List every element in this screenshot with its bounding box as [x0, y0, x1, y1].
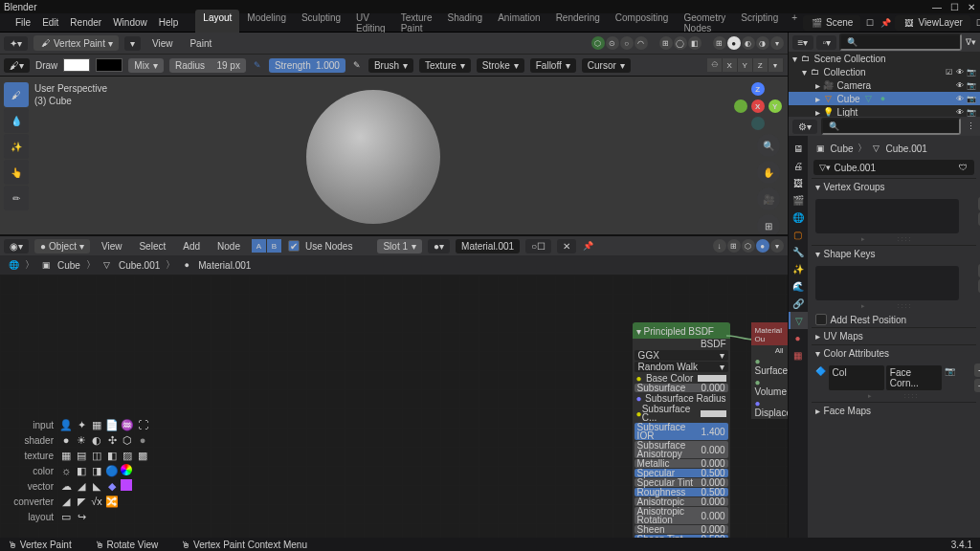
conv-icon-3[interactable]: √x: [90, 495, 103, 508]
panel-face-maps[interactable]: ▸Face Maps: [812, 402, 976, 419]
col-icon-2[interactable]: ◧: [75, 464, 88, 477]
light-eye[interactable]: 👁: [955, 107, 965, 117]
magnet-icon[interactable]: ⬡: [591, 36, 605, 50]
nav-y-axis[interactable]: Y: [768, 99, 782, 113]
tab-material[interactable]: ●: [789, 329, 808, 346]
snap-icon[interactable]: ⊙: [606, 36, 619, 50]
shading-preview-icon[interactable]: ◐: [742, 36, 755, 50]
node-principled-bsdf[interactable]: ▾Principled BSDF BSDF GGX▾ Random Walk▾ …: [633, 322, 730, 538]
conv-icon-1[interactable]: ◢: [59, 495, 73, 508]
shader-menu-view[interactable]: View: [96, 241, 128, 252]
cam-eye[interactable]: 👁: [955, 80, 965, 90]
arc-icon[interactable]: ◠: [635, 36, 648, 50]
color-attr-name[interactable]: Col: [829, 365, 884, 390]
proportional-icon[interactable]: ○: [620, 36, 634, 50]
breadcrumb-mat[interactable]: Material.001: [198, 260, 251, 271]
bsdf-sheentint[interactable]: Sheen Tint0.500: [635, 535, 728, 538]
bsdf-subcolor[interactable]: ●Subsurface C...: [633, 404, 730, 423]
shading-dropdown[interactable]: ▾: [770, 36, 784, 50]
vec-icon-1[interactable]: ☁: [59, 479, 73, 493]
shader-preview[interactable]: ●: [756, 239, 769, 253]
outliner-type[interactable]: ≡▾: [792, 35, 814, 50]
vec-icon-2[interactable]: ◢: [75, 479, 88, 493]
gizmo-toggle[interactable]: ◯: [674, 36, 687, 50]
mode-selector[interactable]: 🖌Vertex Paint ▾: [33, 35, 119, 51]
outliner-tree[interactable]: ▾🗀Scene Collection ▾🗀Collection☑👁📷 ▸🎥Cam…: [789, 52, 980, 117]
viewport-3d[interactable]: User Perspective (3) Cube 🖌 💧 ✨ 👆 ✏ Z X …: [0, 77, 788, 234]
camera-view-icon[interactable]: 🎥: [757, 187, 780, 210]
input-icon-4[interactable]: 📄: [105, 418, 119, 431]
tab-constraints[interactable]: 🔗: [789, 295, 808, 312]
tab-scene[interactable]: 🎬: [789, 191, 808, 209]
shader-menu-add[interactable]: Add: [177, 241, 206, 252]
popover-cursor[interactable]: Cursor ▾: [582, 58, 631, 73]
maximize-icon[interactable]: ☐: [949, 2, 959, 12]
shader-icon-2[interactable]: ☀: [75, 433, 88, 447]
menu-file[interactable]: File: [10, 17, 36, 28]
collection-check[interactable]: ☑: [944, 67, 953, 77]
radius-pressure-icon[interactable]: ✎: [252, 59, 263, 71]
ca-drag[interactable]: ▸ ::::: [815, 392, 972, 400]
tex-icon-1[interactable]: ▦: [59, 449, 73, 462]
shader-icon-3[interactable]: ◐: [90, 433, 103, 447]
pin-icon[interactable]: 📌: [880, 17, 891, 29]
tab-physics[interactable]: 🌊: [789, 277, 808, 295]
options-dropdown[interactable]: ▾: [768, 58, 784, 72]
bsdf-anisorot[interactable]: Anisotropic Rotation0.000: [635, 507, 728, 524]
scene-new-icon[interactable]: ☐: [864, 17, 876, 29]
menu-window[interactable]: Window: [107, 17, 153, 28]
bsdf-metallic[interactable]: Metallic0.000: [635, 459, 728, 468]
viewlayer-new-icon[interactable]: ☐: [974, 17, 980, 29]
outliner-cube[interactable]: ▸▽Cube▽●👁📷: [789, 92, 980, 105]
tex-icon-2[interactable]: ▤: [75, 449, 88, 462]
shader-icon-1[interactable]: ●: [59, 433, 73, 447]
bsdf-roughness[interactable]: Roughness0.500: [635, 488, 728, 496]
tex-icon-3[interactable]: ◫: [90, 449, 103, 462]
shader-icon-6[interactable]: ●: [136, 433, 149, 447]
tool-draw[interactable]: 🖌: [4, 82, 29, 107]
strength-pressure-icon[interactable]: ✎: [351, 59, 363, 71]
viewport-menu-view[interactable]: View: [146, 38, 179, 49]
input-icon-2[interactable]: ✦: [75, 418, 88, 431]
nav-y-neg[interactable]: [734, 99, 747, 113]
mirror-y[interactable]: Y: [738, 58, 753, 72]
bsdf-sheen[interactable]: Sheen0.000: [635, 525, 728, 534]
vec-icon-4[interactable]: ◆: [105, 479, 119, 493]
tab-data[interactable]: ▽: [789, 312, 808, 329]
vec-icon-3[interactable]: ◣: [90, 479, 103, 493]
shape-keys-list[interactable]: [815, 266, 959, 300]
use-nodes-check[interactable]: ✔: [288, 240, 300, 252]
vertex-groups-list[interactable]: [815, 199, 959, 233]
vg-drag[interactable]: ▸ ::::: [815, 235, 959, 243]
collection-render[interactable]: 📷: [967, 67, 976, 77]
shader-editor-type[interactable]: ◉▾: [4, 239, 29, 253]
tab-viewlayer[interactable]: 🖼: [789, 174, 808, 191]
tab-output[interactable]: 🖨: [789, 157, 808, 174]
outliner-search-input[interactable]: [839, 33, 962, 51]
nav-gizmo[interactable]: Z X Y: [734, 82, 782, 130]
input-icon-6[interactable]: ⛶: [136, 418, 149, 431]
col-icon-3[interactable]: ◨: [90, 464, 103, 477]
material-browse[interactable]: ●▾: [428, 239, 450, 253]
bsdf-subradius[interactable]: ●Subsurface Radius: [633, 393, 730, 404]
properties-options-icon[interactable]: ⋮: [965, 121, 976, 132]
outliner-camera[interactable]: ▸🎥Camera👁📷: [789, 78, 980, 92]
bsdf-subsurf-method[interactable]: Random Walk▾: [635, 362, 728, 372]
viewport-menu-paint[interactable]: Paint: [184, 38, 217, 49]
material-unlink[interactable]: ✕: [557, 239, 576, 253]
shader-icon-4[interactable]: ✣: [105, 433, 119, 447]
nav-z-neg[interactable]: [751, 117, 765, 130]
editor-type-selector[interactable]: ✦▾: [4, 36, 28, 51]
mirror-none[interactable]: ⦵: [707, 58, 723, 72]
color-attr-type[interactable]: Face Corn...: [886, 365, 942, 390]
secondary-color[interactable]: [96, 58, 122, 72]
panel-uv-maps[interactable]: ▸UV Maps: [812, 327, 976, 344]
tool-blur[interactable]: 💧: [4, 108, 29, 133]
cube-eye[interactable]: 👁: [955, 94, 965, 103]
properties-type[interactable]: ⚙▾: [792, 120, 817, 134]
popover-falloff[interactable]: Falloff ▾: [530, 58, 576, 73]
conv-icon-2[interactable]: ◤: [75, 495, 88, 508]
shading-wireframe-icon[interactable]: ⊞: [713, 36, 726, 50]
perspective-icon[interactable]: ⊞: [757, 214, 780, 234]
tab-world[interactable]: 🌐: [789, 209, 808, 226]
